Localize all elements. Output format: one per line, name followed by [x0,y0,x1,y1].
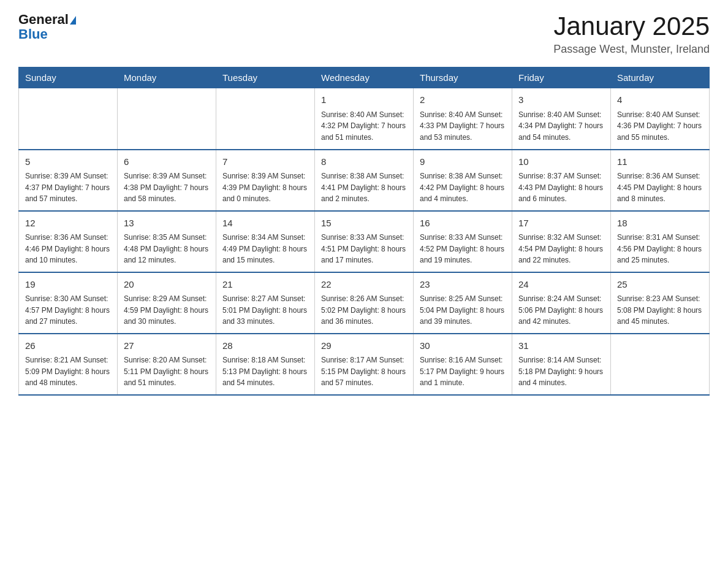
col-friday: Friday [512,67,611,88]
day-number: 18 [617,216,703,231]
table-row [118,88,216,150]
calendar-header-row: Sunday Monday Tuesday Wednesday Thursday… [19,67,710,88]
day-number: 17 [518,216,604,231]
table-row: 19Sunrise: 8:30 AM Sunset: 4:57 PM Dayli… [19,272,118,334]
table-row: 27Sunrise: 8:20 AM Sunset: 5:11 PM Dayli… [118,334,216,395]
day-number: 7 [222,155,308,169]
table-row: 7Sunrise: 8:39 AM Sunset: 4:39 PM Daylig… [216,150,315,211]
day-info: Sunrise: 8:40 AM Sunset: 4:32 PM Dayligh… [321,109,407,144]
day-number: 12 [25,216,111,231]
table-row: 23Sunrise: 8:25 AM Sunset: 5:04 PM Dayli… [414,272,512,334]
table-row: 31Sunrise: 8:14 AM Sunset: 5:18 PM Dayli… [512,334,611,395]
day-info: Sunrise: 8:40 AM Sunset: 4:34 PM Dayligh… [518,109,604,144]
day-info: Sunrise: 8:29 AM Sunset: 4:59 PM Dayligh… [124,293,210,327]
day-number: 21 [222,278,308,292]
table-row: 15Sunrise: 8:33 AM Sunset: 4:51 PM Dayli… [315,211,414,272]
day-number: 6 [124,155,210,169]
col-sunday: Sunday [19,67,118,88]
table-row: 20Sunrise: 8:29 AM Sunset: 4:59 PM Dayli… [118,272,216,334]
table-row: 12Sunrise: 8:36 AM Sunset: 4:46 PM Dayli… [19,211,118,272]
day-number: 22 [321,278,407,292]
table-row: 1Sunrise: 8:40 AM Sunset: 4:32 PM Daylig… [315,88,414,150]
day-number: 4 [617,93,703,107]
logo: General Blue [18,12,76,42]
day-number: 24 [518,278,604,292]
table-row [611,334,710,395]
day-info: Sunrise: 8:24 AM Sunset: 5:06 PM Dayligh… [518,293,604,327]
table-row: 17Sunrise: 8:32 AM Sunset: 4:54 PM Dayli… [512,211,611,272]
day-number: 23 [420,278,506,292]
day-number: 16 [420,216,506,231]
day-number: 25 [617,278,703,292]
calendar-week-row: 12Sunrise: 8:36 AM Sunset: 4:46 PM Dayli… [19,211,710,272]
day-info: Sunrise: 8:33 AM Sunset: 4:52 PM Dayligh… [420,232,506,266]
location-subtitle: Passage West, Munster, Ireland [553,43,710,56]
day-info: Sunrise: 8:39 AM Sunset: 4:39 PM Dayligh… [222,170,308,205]
table-row: 28Sunrise: 8:18 AM Sunset: 5:13 PM Dayli… [216,334,315,395]
day-info: Sunrise: 8:25 AM Sunset: 5:04 PM Dayligh… [420,293,506,327]
table-row: 16Sunrise: 8:33 AM Sunset: 4:52 PM Dayli… [414,211,512,272]
page-header: General Blue January 2025 Passage West, … [18,12,710,56]
day-info: Sunrise: 8:39 AM Sunset: 4:38 PM Dayligh… [124,170,210,205]
table-row: 22Sunrise: 8:26 AM Sunset: 5:02 PM Dayli… [315,272,414,334]
table-row: 14Sunrise: 8:34 AM Sunset: 4:49 PM Dayli… [216,211,315,272]
day-info: Sunrise: 8:31 AM Sunset: 4:56 PM Dayligh… [617,232,703,266]
day-info: Sunrise: 8:21 AM Sunset: 5:09 PM Dayligh… [25,354,111,389]
calendar-week-row: 26Sunrise: 8:21 AM Sunset: 5:09 PM Dayli… [19,334,710,395]
table-row: 21Sunrise: 8:27 AM Sunset: 5:01 PM Dayli… [216,272,315,334]
day-info: Sunrise: 8:33 AM Sunset: 4:51 PM Dayligh… [321,232,407,266]
day-number: 15 [321,216,407,231]
day-info: Sunrise: 8:34 AM Sunset: 4:49 PM Dayligh… [222,232,308,266]
day-number: 1 [321,93,407,107]
calendar-week-row: 19Sunrise: 8:30 AM Sunset: 4:57 PM Dayli… [19,272,710,334]
day-number: 5 [25,155,111,169]
day-info: Sunrise: 8:14 AM Sunset: 5:18 PM Dayligh… [518,354,604,389]
day-number: 8 [321,155,407,169]
calendar-week-row: 1Sunrise: 8:40 AM Sunset: 4:32 PM Daylig… [19,88,710,150]
calendar-week-row: 5Sunrise: 8:39 AM Sunset: 4:37 PM Daylig… [19,150,710,211]
table-row: 26Sunrise: 8:21 AM Sunset: 5:09 PM Dayli… [19,334,118,395]
day-info: Sunrise: 8:20 AM Sunset: 5:11 PM Dayligh… [124,354,210,389]
table-row: 3Sunrise: 8:40 AM Sunset: 4:34 PM Daylig… [512,88,611,150]
table-row: 18Sunrise: 8:31 AM Sunset: 4:56 PM Dayli… [611,211,710,272]
calendar-table: Sunday Monday Tuesday Wednesday Thursday… [18,67,710,396]
day-info: Sunrise: 8:38 AM Sunset: 4:42 PM Dayligh… [420,170,506,205]
col-wednesday: Wednesday [315,67,414,88]
day-info: Sunrise: 8:16 AM Sunset: 5:17 PM Dayligh… [420,354,506,389]
table-row: 13Sunrise: 8:35 AM Sunset: 4:48 PM Dayli… [118,211,216,272]
day-info: Sunrise: 8:26 AM Sunset: 5:02 PM Dayligh… [321,293,407,327]
day-number: 30 [420,339,506,353]
table-row: 8Sunrise: 8:38 AM Sunset: 4:41 PM Daylig… [315,150,414,211]
logo-triangle-icon [70,16,76,25]
day-info: Sunrise: 8:36 AM Sunset: 4:45 PM Dayligh… [617,170,703,205]
table-row: 11Sunrise: 8:36 AM Sunset: 4:45 PM Dayli… [611,150,710,211]
day-number: 26 [25,339,111,353]
table-row: 9Sunrise: 8:38 AM Sunset: 4:42 PM Daylig… [414,150,512,211]
table-row: 5Sunrise: 8:39 AM Sunset: 4:37 PM Daylig… [19,150,118,211]
logo-general-text: General [18,12,69,27]
day-number: 11 [617,155,703,169]
table-row: 2Sunrise: 8:40 AM Sunset: 4:33 PM Daylig… [414,88,512,150]
month-title: January 2025 [553,12,710,40]
day-info: Sunrise: 8:37 AM Sunset: 4:43 PM Dayligh… [518,170,604,205]
day-number: 3 [518,93,604,107]
logo-top-line: General [18,12,76,27]
day-info: Sunrise: 8:36 AM Sunset: 4:46 PM Dayligh… [25,232,111,266]
day-info: Sunrise: 8:39 AM Sunset: 4:37 PM Dayligh… [25,170,111,205]
table-row: 29Sunrise: 8:17 AM Sunset: 5:15 PM Dayli… [315,334,414,395]
day-number: 19 [25,278,111,292]
day-number: 20 [124,278,210,292]
day-number: 28 [222,339,308,353]
day-info: Sunrise: 8:32 AM Sunset: 4:54 PM Dayligh… [518,232,604,266]
logo-bottom-line: Blue [18,27,48,42]
day-info: Sunrise: 8:17 AM Sunset: 5:15 PM Dayligh… [321,354,407,389]
logo-blue-text: Blue [18,26,48,42]
day-number: 31 [518,339,604,353]
table-row [216,88,315,150]
table-row: 25Sunrise: 8:23 AM Sunset: 5:08 PM Dayli… [611,272,710,334]
table-row [19,88,118,150]
table-row: 24Sunrise: 8:24 AM Sunset: 5:06 PM Dayli… [512,272,611,334]
col-saturday: Saturday [611,67,710,88]
col-thursday: Thursday [414,67,512,88]
day-info: Sunrise: 8:38 AM Sunset: 4:41 PM Dayligh… [321,170,407,205]
